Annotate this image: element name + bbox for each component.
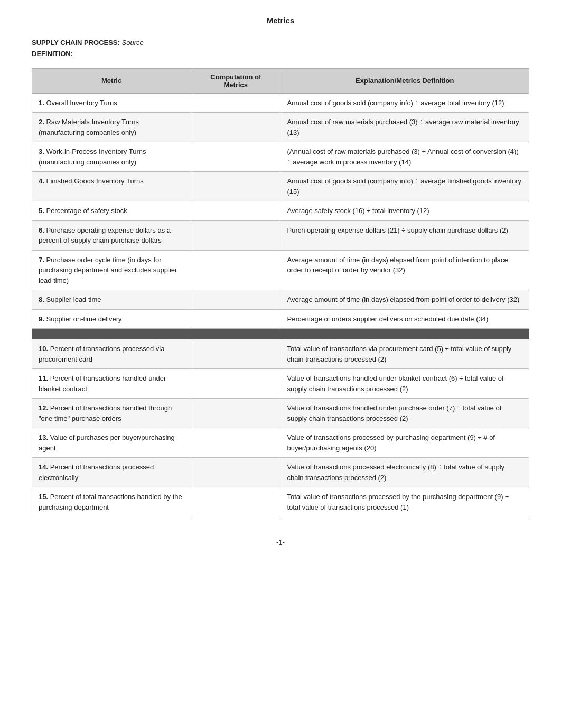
computation-cell [191,201,280,221]
explanation-cell: Annual cost of goods sold (company info)… [280,172,529,201]
explanation-cell: (Annual cost of raw materials purchased … [280,142,529,172]
explanation-cell: Value of transactions handled under blan… [280,369,529,399]
metric-cell: 1. Overall Inventory Turns [32,93,191,113]
computation-cell [191,93,280,113]
metric-cell: 3. Work-in-Process Inventory Turns (manu… [32,142,191,172]
table-row: 1. Overall Inventory TurnsAnnual cost of… [32,93,529,113]
page-number: -1- [32,538,529,546]
metric-cell: 15. Percent of total transactions handle… [32,487,191,517]
table-row: 15. Percent of total transactions handle… [32,487,529,517]
table-row: 6. Purchase operating expense dollars as… [32,220,529,250]
metric-cell: 2. Raw Materials Inventory Turns (manufa… [32,113,191,142]
explanation-cell: Average amount of time (in days) elapsed… [280,290,529,310]
computation-cell [191,487,280,517]
table-row: 14. Percent of transactions processed el… [32,458,529,487]
computation-cell [191,339,280,369]
computation-cell [191,309,280,329]
computation-cell [191,142,280,172]
table-row: 13. Value of purchases per buyer/purchas… [32,428,529,458]
table-row: 11. Percent of transactions handled unde… [32,369,529,399]
metric-cell: 10. Percent of transactions processed vi… [32,339,191,369]
metric-cell: 7. Purchase order cycle time (in days fo… [32,250,191,290]
supply-chain-label: SUPPLY CHAIN PROCESS: [32,39,120,47]
col-explanation: Explanation/Metrics Definition [280,68,529,93]
explanation-cell: Value of transactions processed by purch… [280,428,529,458]
page-title: Metrics [32,16,529,25]
explanation-cell: Average safety stock (16) ÷ total invent… [280,201,529,221]
table-row: 4. Finished Goods Inventory TurnsAnnual … [32,172,529,201]
explanation-cell: Annual cost of raw materials purchased (… [280,113,529,142]
table-row: 5. Percentage of safety stockAverage saf… [32,201,529,221]
computation-cell [191,458,280,487]
computation-cell [191,172,280,201]
explanation-cell: Average amount of time (in days) elapsed… [280,250,529,290]
section-divider [32,329,529,339]
metric-cell: 6. Purchase operating expense dollars as… [32,220,191,250]
table-row: 10. Percent of transactions processed vi… [32,339,529,369]
computation-cell [191,399,280,428]
explanation-cell: Purch operating expense dollars (21) ÷ s… [280,220,529,250]
explanation-cell: Value of transactions processed electron… [280,458,529,487]
table-row: 7. Purchase order cycle time (in days fo… [32,250,529,290]
table-row: 8. Supplier lead timeAverage amount of t… [32,290,529,310]
table-row: 12. Percent of transactions handled thro… [32,399,529,428]
col-computation: Computation ofMetrics [191,68,280,93]
computation-cell [191,220,280,250]
metric-cell: 14. Percent of transactions processed el… [32,458,191,487]
metric-cell: 5. Percentage of safety stock [32,201,191,221]
table-row: 9. Supplier on-time deliveryPercentage o… [32,309,529,329]
explanation-cell: Annual cost of goods sold (company info)… [280,93,529,113]
computation-cell [191,113,280,142]
metric-cell: 11. Percent of transactions handled unde… [32,369,191,399]
supply-chain-source: Source [122,39,144,47]
metric-cell: 8. Supplier lead time [32,290,191,310]
computation-cell [191,290,280,310]
metric-cell: 9. Supplier on-time delivery [32,309,191,329]
explanation-cell: Total value of transactions processed by… [280,487,529,517]
computation-cell [191,250,280,290]
computation-cell [191,369,280,399]
metric-cell: 13. Value of purchases per buyer/purchas… [32,428,191,458]
explanation-cell: Percentage of orders supplier delivers o… [280,309,529,329]
metric-cell: 12. Percent of transactions handled thro… [32,399,191,428]
table-header-row: Metric Computation ofMetrics Explanation… [32,68,529,93]
definition-label: DEFINITION: [32,50,73,58]
metrics-table: Metric Computation ofMetrics Explanation… [32,68,529,518]
explanation-cell: Total value of transactions via procurem… [280,339,529,369]
col-metric: Metric [32,68,191,93]
explanation-cell: Value of transactions handled under purc… [280,399,529,428]
table-row: 3. Work-in-Process Inventory Turns (manu… [32,142,529,172]
table-row: 2. Raw Materials Inventory Turns (manufa… [32,113,529,142]
metric-cell: 4. Finished Goods Inventory Turns [32,172,191,201]
supply-header: SUPPLY CHAIN PROCESS: Source DEFINITION: [32,38,529,60]
computation-cell [191,428,280,458]
